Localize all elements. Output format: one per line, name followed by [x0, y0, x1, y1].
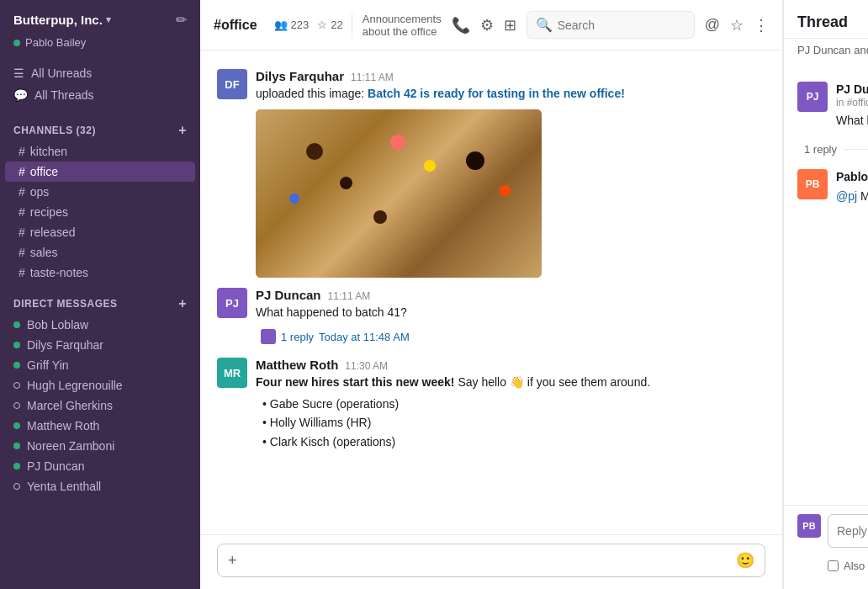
- thread-header: Thread ×: [784, 0, 868, 39]
- thread-msg-2-header: Pablo Bailey 11:48 AM: [836, 169, 868, 184]
- sender-pj: PJ Duncan: [256, 288, 321, 302]
- list-item: Holly Williams (HR): [262, 413, 765, 432]
- thread-panel: Thread × PJ Duncan and you PJ PJ Duncan …: [783, 0, 868, 589]
- sender-dilys: Dilys Farquhar: [256, 69, 344, 83]
- thread-subtitle: PJ Duncan and you: [784, 39, 868, 65]
- dm-item-griff[interactable]: Griff Yin: [0, 355, 200, 375]
- channel-item-ops[interactable]: # ops: [5, 182, 195, 202]
- phone-icon[interactable]: 📞: [452, 16, 470, 34]
- thread-avatar-pablo: PB: [797, 169, 828, 199]
- dm-label: DIRECT MESSAGES: [13, 298, 118, 310]
- message-3-text: Four new hires start this new week! Say …: [256, 374, 765, 451]
- also-send-checkbox[interactable]: [828, 560, 839, 571]
- dm-item-noreen[interactable]: Noreen Zamboni: [0, 436, 200, 456]
- channel-description: Announcements about the office: [352, 13, 442, 38]
- dm-item-pj[interactable]: PJ Duncan: [0, 456, 200, 476]
- channel-item-sales[interactable]: # sales: [5, 242, 195, 263]
- sender-matthew: Matthew Roth: [256, 358, 338, 372]
- gear-icon[interactable]: ⚙: [480, 16, 494, 34]
- avatar-dilys: DF: [217, 69, 247, 99]
- reply-badge[interactable]: 1 reply Today at 11:48 AM: [256, 326, 415, 347]
- online-dot-icon: [13, 463, 20, 470]
- search-icon: 🔍: [536, 17, 553, 33]
- dm-item-dilys[interactable]: Dilys Farquhar: [0, 335, 200, 355]
- dm-item-yenta[interactable]: Yenta Lenthall: [0, 476, 200, 496]
- channel-item-office[interactable]: # office: [5, 162, 195, 182]
- dm-item-marcel[interactable]: Marcel Gherkins: [0, 395, 200, 416]
- batch-link[interactable]: Batch 42 is ready for tasting in the new…: [368, 87, 625, 100]
- sidebar: Butterpup, Inc. ▾ ✏ Pablo Bailey ☰ All U…: [0, 0, 200, 589]
- nav-item-threads[interactable]: 💬 All Threads: [0, 84, 200, 106]
- timestamp-2: 11:11 AM: [328, 290, 371, 302]
- star-icon[interactable]: ☆: [730, 16, 744, 34]
- thread-reply-area: PB 🙂 Also send to #office Send: [784, 505, 868, 589]
- message-1-text: uploaded this image: Batch 42 is ready f…: [256, 85, 765, 103]
- star-icon: ☆: [317, 19, 327, 31]
- offline-dot-icon: [13, 382, 20, 389]
- reply-avatar: [261, 329, 276, 344]
- channel-item-recipes[interactable]: # recipes: [5, 202, 195, 222]
- hash-icon: #: [19, 266, 25, 279]
- more-icon[interactable]: ⋮: [754, 16, 769, 34]
- add-dm-button[interactable]: +: [178, 296, 187, 311]
- dm-item-matthew[interactable]: Matthew Roth: [0, 416, 200, 436]
- dm-item-bob[interactable]: Bob Loblaw: [0, 315, 200, 335]
- threads-icon: 💬: [13, 88, 28, 102]
- thread-channel: in #office: [836, 97, 868, 109]
- message-2-header: PJ Duncan 11:11 AM: [256, 288, 765, 302]
- dm-item-hugh[interactable]: Hugh Legrenouille: [0, 375, 200, 395]
- message-1: DF Dilys Farquhar 11:11 AM uploaded this…: [200, 64, 782, 283]
- message-1-header: Dilys Farquhar 11:11 AM: [256, 69, 765, 83]
- hash-icon: #: [19, 185, 25, 199]
- edit-icon[interactable]: ✏: [176, 12, 187, 28]
- workspace-name[interactable]: Butterpup, Inc. ▾: [13, 13, 111, 27]
- also-send-label[interactable]: Also send to #office: [828, 560, 868, 572]
- channel-meta: 👥 223 ☆ 22 Announcements about the offic…: [274, 13, 442, 38]
- channel-item-kitchen[interactable]: # kitchen: [5, 141, 195, 162]
- thread-reply-message: PB Pablo Bailey 11:48 AM @pj More nutmeg…: [797, 162, 868, 212]
- search-box[interactable]: 🔍: [527, 11, 695, 39]
- channels-label: CHANNELS (32): [13, 125, 96, 136]
- members-count: 👥 223: [274, 19, 310, 31]
- search-input[interactable]: [558, 19, 675, 32]
- online-dot-icon: [13, 443, 20, 449]
- unreads-label: All Unreads: [31, 66, 92, 80]
- messages-area: DF Dilys Farquhar 11:11 AM uploaded this…: [200, 50, 782, 534]
- mention-icon[interactable]: @: [705, 16, 720, 34]
- add-channel-button[interactable]: +: [178, 123, 187, 138]
- message-input[interactable]: [246, 554, 728, 567]
- message-2-content: PJ Duncan 11:11 AM What happened to batc…: [256, 288, 765, 348]
- thread-reply-text: @pj More nutmeg! See #taste-notes: [836, 188, 868, 205]
- thread-msg-2-content: Pablo Bailey 11:48 AM @pj More nutmeg! S…: [836, 169, 868, 205]
- emoji-button[interactable]: 🙂: [736, 551, 754, 570]
- header-actions: 📞 ⚙ ⊞ 🔍 @ ☆ ⋮: [452, 11, 769, 39]
- layout-icon[interactable]: ⊞: [504, 16, 516, 34]
- channels-section-header: CHANNELS (32) +: [0, 109, 200, 141]
- reply-time: Today at 11:48 AM: [319, 331, 410, 343]
- thread-msg-1-content: PJ Duncan today at 11:11 AM in #office W…: [836, 82, 868, 130]
- threads-label: All Threads: [34, 88, 94, 102]
- channel-item-released[interactable]: # released: [5, 222, 195, 242]
- user-status-dot: [13, 40, 20, 46]
- list-item: Gabe Sucre (operations): [262, 395, 765, 413]
- hash-icon: #: [19, 165, 25, 178]
- mention-pj[interactable]: @pj: [836, 189, 857, 203]
- reply-count-divider: 1 reply: [797, 136, 868, 162]
- online-dot-icon: [13, 321, 20, 328]
- reply-input[interactable]: [837, 524, 868, 538]
- dm-list: Bob Loblaw Dilys Farquhar Griff Yin Hugh…: [0, 315, 200, 496]
- hash-icon: #: [19, 226, 25, 239]
- unreads-icon: ☰: [13, 66, 24, 80]
- main-area: #office 👥 223 ☆ 22 Announcements about t…: [200, 0, 783, 589]
- nav-item-unreads[interactable]: ☰ All Unreads: [0, 62, 200, 84]
- user-status-bar: Pablo Bailey: [0, 36, 200, 59]
- message-3: MR Matthew Roth 11:30 AM Four new hires …: [200, 353, 782, 456]
- message-2: PJ PJ Duncan 11:11 AM What happened to b…: [200, 283, 782, 353]
- cookie-image: [256, 109, 542, 278]
- thread-sender-pablo: Pablo Bailey: [836, 170, 868, 183]
- online-dot-icon: [13, 362, 20, 369]
- add-attachment-button[interactable]: +: [228, 552, 237, 570]
- thread-messages: PJ PJ Duncan today at 11:11 AM in #offic…: [784, 65, 868, 505]
- thread-reply-avatar: PB: [797, 514, 821, 538]
- channel-item-taste-notes[interactable]: # taste-notes: [5, 263, 195, 283]
